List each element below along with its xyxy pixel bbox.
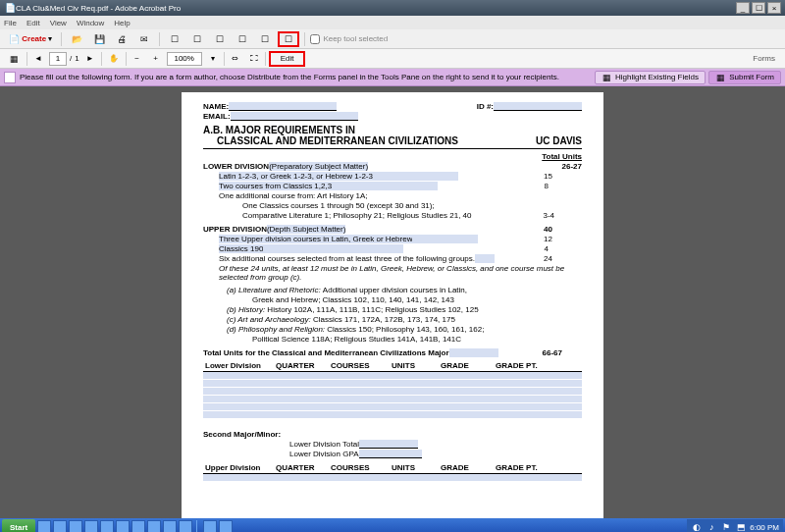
zoom-out-button[interactable]: − [130,51,145,67]
mail-button[interactable]: ✉ [134,31,154,47]
group-d2: Political Science 118A; Religious Studie… [252,335,461,344]
taskbar-icon[interactable] [179,520,192,532]
zoom-input[interactable] [167,52,202,66]
ld-item1: Latin 1-2-3, or Greek 1-2-3, or Hebrew 1… [219,172,373,181]
table-row[interactable] [203,380,582,387]
page-number-input[interactable] [49,52,67,66]
create-button[interactable]: 📄 Create ▾ [4,31,56,47]
page-toolbar: ▦ ◄ / 1 ► ✋ − + ▾ ⇔ ⛶ Edit Forms [0,49,785,69]
menu-edit[interactable]: Edit [26,19,40,27]
taskbar-icon[interactable] [37,520,51,532]
close-button[interactable]: × [767,2,781,14]
ld-item2: Two courses from Classics 1,2,3 [219,182,332,190]
menu-window[interactable]: Window [77,19,104,27]
next-page-button[interactable]: ► [82,51,98,67]
menu-help[interactable]: Help [114,19,130,27]
page-thumbnails-button[interactable]: ▦ [4,51,24,67]
ud-item1-units: 12 [544,235,552,243]
fit-page-button[interactable]: ⛶ [246,51,262,67]
taskbar-app[interactable] [203,520,217,532]
total-units-header: Total Units [542,152,582,161]
taskbar-icon[interactable] [84,520,98,532]
id-field[interactable] [494,102,582,111]
hand-tool-button[interactable]: ✋ [105,51,123,67]
lower-div-sub: (Preparatory Subject Matter) [269,162,368,171]
group-c1: Classics 171, 172A, 172B, 173, 174, 175 [313,315,455,324]
email-field[interactable] [231,112,358,121]
flagged-tool-button[interactable]: ☐ [278,31,299,47]
name-field[interactable] [229,102,337,111]
save-button[interactable]: 💾 [89,31,109,47]
tool-button-3[interactable]: ☐ [210,31,230,47]
table-row[interactable] [203,388,582,395]
tray-icon[interactable]: ⬒ [735,521,747,532]
taskbar-icon[interactable] [53,520,67,532]
ld-gpa-field[interactable] [359,450,422,458]
ld-item2-units: 8 [545,182,549,190]
document-viewport[interactable]: NAME: ID #: EMAIL: A.B. MAJOR REQUIREMEN… [0,86,785,518]
zoom-dropdown[interactable]: ▾ [205,51,221,67]
menu-file[interactable]: File [4,19,17,27]
upper-div-units: 40 [544,225,552,234]
keep-tool-checkbox[interactable]: Keep tool selected [310,34,388,44]
table-row[interactable] [203,474,582,481]
ld-gpa-label: Lower Division GPA [289,450,359,458]
open-button[interactable]: 📂 [67,31,86,47]
taskbar-icon[interactable] [116,520,130,532]
menu-view[interactable]: View [50,19,67,27]
tool-button-1[interactable]: ☐ [165,31,184,47]
tool-button-2[interactable]: ☐ [187,31,207,47]
ud-item1: Three Upper division courses in Latin, G… [219,235,412,243]
zoom-in-button[interactable]: + [148,51,164,67]
taskbar-icon[interactable] [131,520,145,532]
tray-icon[interactable]: ♪ [706,521,717,532]
windows-taskbar: Start ◐ ♪ ⚑ ⬒ 6:00 PM [0,518,785,532]
start-button[interactable]: Start [2,519,35,532]
edit-button[interactable]: Edit [269,51,306,67]
taskbar-icon[interactable] [147,520,161,532]
tool-button-5[interactable]: ☐ [255,31,275,47]
taskbar-app[interactable] [219,520,233,532]
taskbar-icon[interactable] [69,520,82,532]
group-c: (c) Art and Archaeology: [227,315,311,324]
maximize-button[interactable]: ☐ [752,2,765,14]
ld-total-label: Lower Division Total [289,440,359,449]
ud-note: Of these 24 units, at least 12 must be i… [219,264,582,282]
name-label: NAME: [203,102,229,111]
ud-item2-units: 4 [545,244,549,253]
highlight-fields-button[interactable]: ▦ Highlight Existing Fields [595,71,706,84]
ud-item2: Classics 190 [219,244,263,253]
heading-line1: A.B. MAJOR REQUIREMENTS IN [203,125,458,135]
ld-item1-units: 15 [544,172,552,181]
window-titlebar: 📄 CLA Clu&Med Civ Req.pdf - Adobe Acroba… [0,0,785,16]
ud-item3: Six additional courses selected from at … [219,254,475,263]
taskbar-icon[interactable] [163,520,177,532]
total-major-units: 66-67 [543,348,562,357]
upper-div-header: UPPER DIVISION [203,225,267,234]
taskbar-icon[interactable] [100,520,114,532]
id-label: ID #: [477,102,494,111]
tray-icon[interactable]: ⚑ [720,521,732,532]
ld-item3a: One Classics courses 1 through 50 (excep… [242,201,435,210]
lower-div-table-header: Lower DivisionQUARTERCOURSESUNITSGRADEGR… [203,360,582,372]
fit-width-button[interactable]: ⇔ [228,51,243,67]
lower-div-header: LOWER DIVISION [203,162,269,171]
submit-form-button[interactable]: ▦ Submit Form [708,71,781,84]
tray-icon[interactable]: ◐ [691,521,703,532]
system-tray[interactable]: ◐ ♪ ⚑ ⬒ 6:00 PM [687,519,783,532]
page-total: 1 [75,54,78,63]
minimize-button[interactable]: _ [736,2,750,14]
table-row[interactable] [203,411,582,418]
table-row[interactable] [203,403,582,410]
tool-button-4[interactable]: ☐ [233,31,252,47]
group-a2: Greek and Hebrew; Classics 102, 110, 140… [252,295,454,304]
table-row[interactable] [203,396,582,402]
ld-total-field[interactable] [359,440,418,449]
main-toolbar: 📄 Create ▾ 📂 💾 🖨 ✉ ☐ ☐ ☐ ☐ ☐ ☐ Keep tool… [0,29,785,49]
prev-page-button[interactable]: ◄ [30,51,46,67]
form-info-bar: Please fill out the following form. If y… [0,69,785,86]
clock[interactable]: 6:00 PM [750,523,779,532]
table-row[interactable] [203,372,582,379]
forms-panel-label[interactable]: Forms [753,54,781,63]
print-button[interactable]: 🖨 [112,31,131,47]
